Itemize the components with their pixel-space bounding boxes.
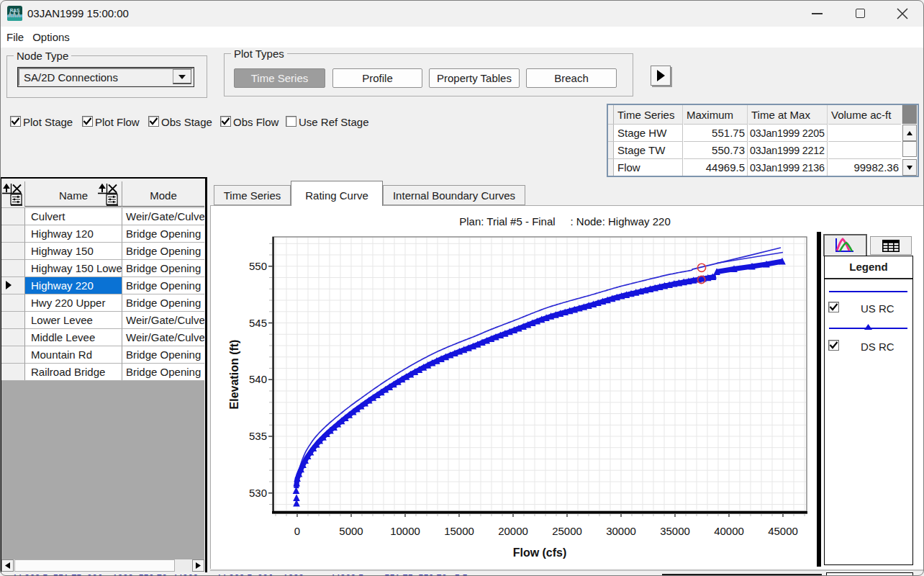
svg-text:20000: 20000 — [498, 525, 528, 537]
svg-text:535: 535 — [249, 430, 267, 442]
svg-text:45000: 45000 — [768, 525, 798, 537]
svg-text:5000: 5000 — [339, 525, 363, 537]
svg-text:30000: 30000 — [606, 525, 636, 537]
svg-text:25000: 25000 — [552, 525, 582, 537]
svg-text:40000: 40000 — [714, 525, 744, 537]
svg-text:15000: 15000 — [444, 525, 474, 537]
svg-text:540: 540 — [249, 373, 267, 385]
svg-text:10000: 10000 — [390, 525, 420, 537]
svg-text:Flow (cfs): Flow (cfs) — [513, 546, 567, 559]
svg-text:0: 0 — [294, 525, 300, 537]
svg-text:35000: 35000 — [660, 525, 690, 537]
svg-text:550: 550 — [249, 260, 267, 272]
svg-text:RAS: RAS — [10, 8, 20, 13]
svg-text:545: 545 — [249, 317, 267, 329]
svg-text:Elevation (ft): Elevation (ft) — [228, 340, 240, 410]
svg-text:530: 530 — [249, 487, 267, 499]
svg-text:Plan: Trial #5 - Final : N: Plan: Trial #5 - Final : Node: Highway 2… — [459, 215, 670, 228]
